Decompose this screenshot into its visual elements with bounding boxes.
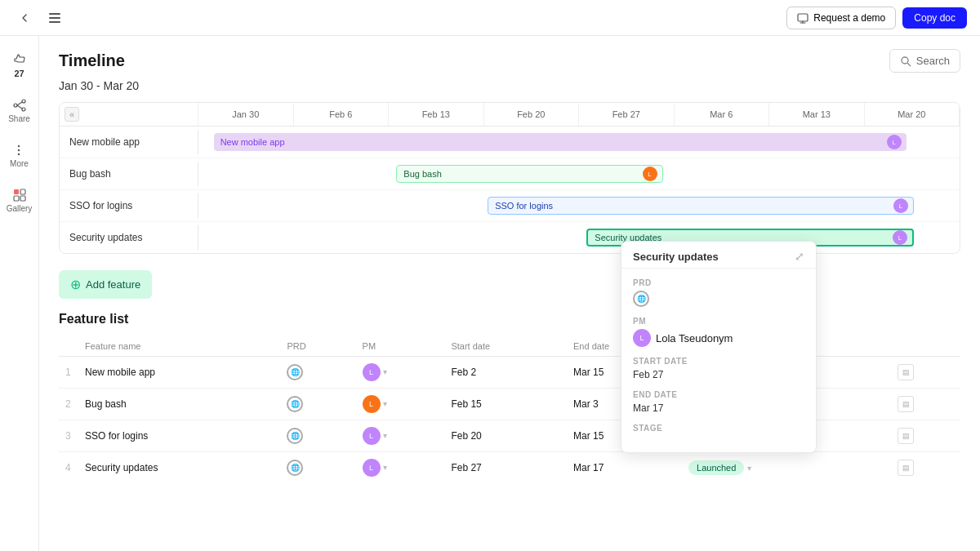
feature-name-2: Bug bash (78, 389, 280, 420)
collapse-button[interactable]: « (65, 107, 79, 122)
timeline-date-feb13: Feb 13 (389, 103, 484, 126)
row-num-1: 1 (59, 357, 78, 389)
svg-rect-15 (20, 196, 25, 201)
svg-point-16 (902, 57, 908, 64)
pm-chevron-2[interactable]: ▾ (383, 399, 387, 408)
popup-header: Security updates ⤢ (621, 242, 816, 269)
bar-label-sso: SSO for logins (495, 201, 553, 211)
add-feature-button[interactable]: ⊕ Add feature (59, 270, 152, 299)
sidebar-item-share[interactable]: Share (5, 95, 33, 127)
sidebar-item-likes[interactable]: 27 (9, 49, 30, 82)
popup-expand-button[interactable]: ⤢ (795, 250, 804, 263)
popup-prd-value[interactable]: 🌐 (633, 291, 804, 307)
timeline-cells-4: Security updates L (198, 222, 960, 253)
table-header-row: Feature name PRD PM Start date End date … (59, 336, 960, 357)
svg-rect-12 (14, 189, 19, 194)
list-icon (47, 11, 62, 25)
feature-name-4: Security updates (78, 452, 280, 484)
search-icon (900, 56, 911, 67)
popup-prd-globe[interactable]: 🌐 (633, 291, 649, 307)
popup-pm-name: Lola Tseudonym (656, 332, 733, 344)
request-demo-label: Request a demo (813, 12, 885, 24)
prd-1[interactable]: 🌐 (280, 357, 355, 389)
popup-pm-value: L Lola Tseudonym (633, 329, 804, 347)
main-content: 27 Share More (0, 36, 980, 551)
pm-chevron-1[interactable]: ▾ (383, 367, 387, 376)
popup-pm-field: PM L Lola Tseudonym (633, 317, 804, 347)
request-demo-button[interactable]: Request a demo (786, 7, 896, 29)
sidebar: 27 Share More (0, 36, 39, 551)
prd-4[interactable]: 🌐 (280, 452, 355, 484)
prd-3[interactable]: 🌐 (280, 420, 355, 452)
search-button[interactable]: Search (889, 49, 960, 73)
doc-3[interactable]: ▤ (891, 420, 960, 452)
svg-point-6 (14, 104, 17, 107)
row-num-3: 3 (59, 420, 78, 452)
popup-start-date-value: Feb 27 (633, 369, 804, 380)
back-icon (18, 11, 31, 24)
security-updates-popup: Security updates ⤢ PRD 🌐 PM L Lola Tseud… (621, 241, 817, 453)
col-pm: PM (356, 336, 445, 357)
prd-2[interactable]: 🌐 (280, 389, 355, 420)
pm-2: L ▾ (356, 389, 445, 420)
timeline-row-1: New mobile app New mobile app L (60, 127, 960, 158)
prd-globe-2[interactable]: 🌐 (287, 396, 303, 412)
svg-line-7 (17, 102, 22, 105)
popup-pm-label: PM (633, 317, 804, 326)
prd-globe-4[interactable]: 🌐 (287, 460, 303, 476)
svg-rect-1 (49, 17, 60, 19)
pm-avatar-1: L (363, 363, 381, 381)
sidebar-item-more[interactable]: More (7, 140, 32, 171)
timeline-row-2: Bug bash Bug bash L (60, 158, 960, 190)
doc-icon-4[interactable]: ▤ (898, 460, 914, 476)
popup-pm-avatar: L (633, 329, 651, 347)
prd-globe-1[interactable]: 🌐 (287, 364, 303, 380)
stage-badge-4: Launched (688, 460, 744, 475)
col-start-date: Start date (444, 336, 567, 357)
top-bar: Request a demo Copy doc (0, 0, 980, 36)
prd-globe-3[interactable]: 🌐 (287, 428, 303, 444)
popup-end-date-label: END DATE (633, 390, 804, 399)
timeline-bar-bug-bash[interactable]: Bug bash L (396, 165, 662, 183)
timeline-bar-new-mobile-app[interactable]: New mobile app L (214, 133, 906, 151)
doc-1[interactable]: ▤ (891, 357, 960, 389)
svg-point-4 (22, 100, 25, 103)
back-button[interactable] (13, 8, 36, 28)
timeline-row-4: Security updates Security updates L (60, 222, 960, 253)
avatar-bug-bash: L (643, 167, 657, 181)
timeline-date-feb20: Feb 20 (484, 103, 580, 126)
doc-2[interactable]: ▤ (891, 389, 960, 420)
sidebar-item-gallery[interactable]: Gallery (3, 184, 36, 216)
svg-point-11 (18, 153, 20, 155)
pm-chevron-4[interactable]: ▾ (383, 463, 387, 472)
stage-chevron-4[interactable]: ▾ (747, 464, 751, 473)
svg-line-17 (907, 63, 910, 65)
timeline-section: « Jan 30 Feb 6 Feb 13 Feb 20 Feb 27 Mar … (59, 102, 960, 254)
doc-4[interactable]: ▤ (891, 452, 960, 484)
demo-icon (797, 12, 808, 24)
pm-avatar-4: L (363, 459, 381, 477)
copy-doc-button[interactable]: Copy doc (902, 7, 967, 29)
row-num-2: 2 (59, 389, 78, 420)
feature-name-3: SSO for logins (78, 420, 280, 452)
feature-list-title: Feature list (59, 312, 960, 327)
view-toggle-button[interactable] (42, 7, 67, 29)
pm-3: L ▾ (356, 420, 445, 452)
timeline-label-4: Security updates (60, 225, 198, 250)
avatar-sso: L (893, 198, 908, 213)
start-date-1: Feb 2 (444, 357, 567, 389)
popup-stage-field: STAGE (633, 424, 804, 433)
doc-icon-3[interactable]: ▤ (898, 428, 914, 444)
timeline-date-jan30: Jan 30 (198, 103, 294, 126)
add-feature-label: Add feature (86, 278, 140, 291)
timeline-bar-sso[interactable]: SSO for logins L (488, 197, 914, 215)
popup-prd-label: PRD (633, 278, 804, 287)
timeline-row-3: SSO for logins SSO for logins L (60, 190, 960, 222)
col-num (59, 336, 78, 357)
doc-icon-2[interactable]: ▤ (898, 396, 914, 412)
doc-icon-1[interactable]: ▤ (898, 364, 914, 380)
pm-chevron-3[interactable]: ▾ (383, 431, 387, 440)
popup-body: PRD 🌐 PM L Lola Tseudonym START DATE Feb… (621, 269, 816, 452)
timeline-label-3: SSO for logins (60, 193, 198, 218)
timeline-date-feb6: Feb 6 (294, 103, 390, 126)
